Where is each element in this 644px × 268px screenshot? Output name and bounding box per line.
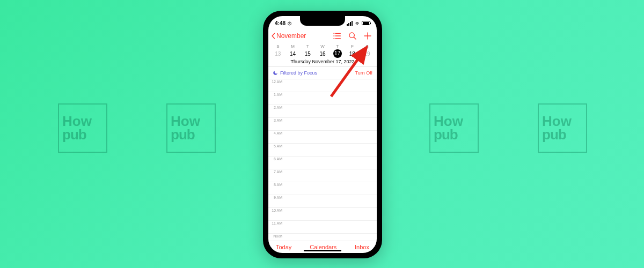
weekday-head: T	[330, 44, 345, 49]
hour-label: 10 AM	[268, 208, 283, 212]
weekday-head: F	[345, 44, 360, 49]
home-indicator[interactable]	[304, 250, 341, 251]
today-button[interactable]: Today	[276, 244, 291, 250]
add-event-button[interactable]	[363, 31, 372, 41]
day-cell[interactable]: 18	[345, 51, 360, 57]
day-cell[interactable]: 16	[315, 51, 330, 57]
weekday-head: W	[315, 44, 330, 49]
hour-grid[interactable]: 12 AM1 AM2 AM3 AM4 AM5 AM6 AM7 AM8 AM9 A…	[268, 79, 377, 241]
selected-date-label: Thursday November 17, 2022	[268, 59, 377, 67]
hour-label: 3 AM	[268, 118, 283, 122]
hour-row[interactable]: 4 AM	[268, 131, 377, 144]
hour-label: 1 AM	[268, 92, 283, 96]
hour-label: 9 AM	[268, 195, 283, 199]
back-button[interactable]: November	[270, 32, 306, 40]
hour-row[interactable]: 7 AM	[268, 169, 377, 182]
back-label: November	[276, 32, 306, 40]
focus-filter-label: Filtered by Focus	[273, 70, 317, 76]
day-cell-selected[interactable]: 17	[333, 49, 342, 58]
wifi-icon	[354, 21, 360, 25]
day-cell[interactable]: 13	[270, 51, 285, 57]
svg-point-1	[333, 33, 334, 34]
hour-label: Noon	[268, 234, 283, 238]
watermark: Howpub	[58, 103, 107, 153]
hour-row[interactable]: 2 AM	[268, 105, 377, 118]
phone-frame: 4:48 November S	[263, 11, 382, 258]
plus-icon	[363, 32, 372, 40]
search-button[interactable]	[348, 31, 357, 41]
day-cell[interactable]: 14	[286, 51, 300, 57]
hour-label: 8 AM	[268, 182, 283, 187]
hour-label: 11 AM	[268, 221, 283, 225]
chevron-left-icon	[270, 33, 276, 39]
weekday-head: T	[301, 44, 315, 49]
status-time: 4:48	[275, 20, 286, 26]
top-nav: November	[268, 28, 377, 42]
hour-row[interactable]: 8 AM	[268, 182, 377, 195]
watermark: Howpub	[166, 103, 216, 153]
hour-label: 2 AM	[268, 105, 283, 109]
hour-row[interactable]: 6 AM	[268, 157, 377, 169]
battery-icon	[362, 21, 370, 25]
notch	[300, 16, 345, 26]
watermark: Howpub	[538, 103, 587, 153]
inbox-button[interactable]: Inbox	[355, 244, 369, 250]
hour-label: 4 AM	[268, 131, 283, 135]
hour-row[interactable]: 11 AM	[268, 221, 377, 234]
hour-label: 7 AM	[268, 169, 283, 174]
hour-row[interactable]: 5 AM	[268, 144, 377, 157]
hour-label: 12 AM	[268, 79, 283, 84]
weekday-head: S	[270, 44, 285, 49]
focus-filter-row: Filtered by Focus Turn Off	[268, 67, 377, 79]
svg-point-2	[333, 35, 334, 36]
alarm-icon	[287, 21, 292, 26]
hour-row[interactable]: Noon	[268, 234, 377, 241]
search-icon	[348, 32, 357, 40]
weekday-head: S	[360, 44, 374, 49]
day-cell[interactable]: 19	[360, 51, 374, 57]
hour-row[interactable]: 1 AM	[268, 92, 377, 105]
turn-off-focus-button[interactable]: Turn Off	[355, 70, 372, 76]
day-cell[interactable]: 15	[301, 51, 315, 57]
moon-icon	[273, 70, 278, 76]
week-days-row: 13141516171819	[268, 49, 377, 59]
signal-icon	[347, 21, 353, 26]
hour-row[interactable]: 9 AM	[268, 195, 377, 208]
hour-row[interactable]: 10 AM	[268, 208, 377, 221]
hour-label: 6 AM	[268, 157, 283, 161]
hour-label: 5 AM	[268, 144, 283, 148]
weekday-header: SMTWTFS	[268, 42, 377, 49]
list-icon	[333, 32, 342, 40]
list-view-button[interactable]	[333, 31, 342, 41]
hour-row[interactable]: 3 AM	[268, 118, 377, 131]
weekday-head: M	[286, 44, 300, 49]
watermark: Howpub	[429, 103, 479, 153]
hour-row[interactable]: 12 AM	[268, 79, 377, 92]
phone-screen: 4:48 November S	[268, 16, 377, 253]
svg-point-3	[333, 38, 334, 39]
